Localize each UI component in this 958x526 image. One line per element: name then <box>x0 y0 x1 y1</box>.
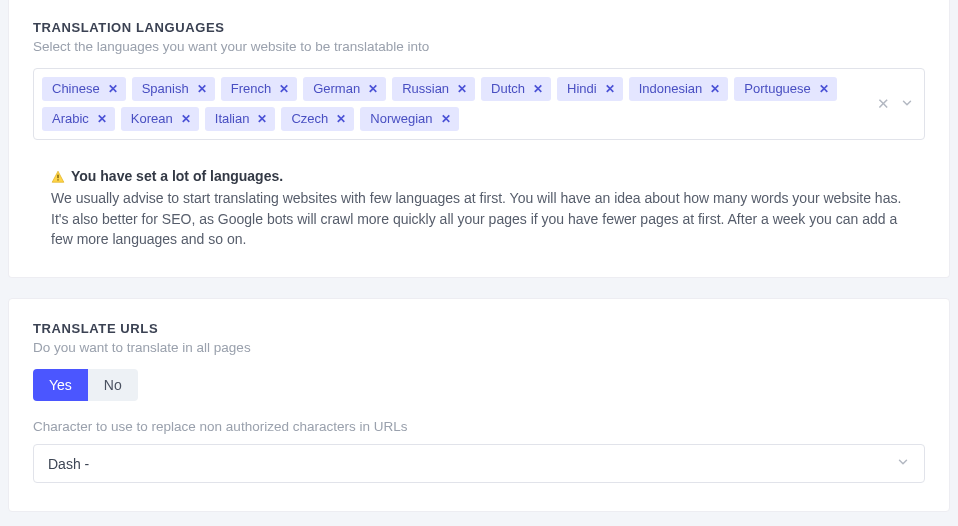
selected-value: Dash - <box>48 456 89 472</box>
section-title: TRANSLATE URLS <box>33 321 925 336</box>
language-tag: Arabic✕ <box>42 107 115 131</box>
warning-block: You have set a lot of languages. We usua… <box>33 166 925 249</box>
remove-tag-icon[interactable]: ✕ <box>368 80 378 98</box>
remove-tag-icon[interactable]: ✕ <box>457 80 467 98</box>
tag-label: Korean <box>131 110 173 128</box>
tag-label: Portuguese <box>744 80 811 98</box>
warning-title: You have set a lot of languages. <box>71 166 283 186</box>
tag-label: Hindi <box>567 80 597 98</box>
remove-tag-icon[interactable]: ✕ <box>336 110 346 128</box>
language-tag: German✕ <box>303 77 386 101</box>
language-tag: Norwegian✕ <box>360 107 458 131</box>
tag-label: French <box>231 80 271 98</box>
translate-urls-toggle: Yes No <box>33 369 138 401</box>
remove-tag-icon[interactable]: ✕ <box>279 80 289 98</box>
tag-label: German <box>313 80 360 98</box>
remove-tag-icon[interactable]: ✕ <box>710 80 720 98</box>
remove-tag-icon[interactable]: ✕ <box>533 80 543 98</box>
language-tag: Indonesian✕ <box>629 77 729 101</box>
warning-icon <box>51 169 65 183</box>
tag-label: Indonesian <box>639 80 703 98</box>
remove-tag-icon[interactable]: ✕ <box>97 110 107 128</box>
char-replace-select[interactable]: Dash - <box>33 444 925 483</box>
chevron-down-icon[interactable] <box>900 96 914 113</box>
translation-languages-section: TRANSLATION LANGUAGES Select the languag… <box>8 0 950 278</box>
languages-multiselect[interactable]: Chinese✕Spanish✕French✕German✕Russian✕Du… <box>33 68 925 140</box>
section-subtitle: Select the languages you want your websi… <box>33 39 925 54</box>
language-tag: Russian✕ <box>392 77 475 101</box>
language-tag: Spanish✕ <box>132 77 215 101</box>
language-tag: Dutch✕ <box>481 77 551 101</box>
svg-rect-0 <box>57 175 58 179</box>
language-tag: Korean✕ <box>121 107 199 131</box>
language-tag: Hindi✕ <box>557 77 623 101</box>
remove-tag-icon[interactable]: ✕ <box>181 110 191 128</box>
yes-button[interactable]: Yes <box>33 369 88 401</box>
tag-label: Arabic <box>52 110 89 128</box>
tag-label: Dutch <box>491 80 525 98</box>
section-title: TRANSLATION LANGUAGES <box>33 20 925 35</box>
remove-tag-icon[interactable]: ✕ <box>605 80 615 98</box>
language-tag: Italian✕ <box>205 107 276 131</box>
tag-label: Chinese <box>52 80 100 98</box>
remove-tag-icon[interactable]: ✕ <box>819 80 829 98</box>
remove-tag-icon[interactable]: ✕ <box>197 80 207 98</box>
tag-label: Russian <box>402 80 449 98</box>
warning-body: We usually advise to start translating w… <box>51 188 907 249</box>
tag-label: Italian <box>215 110 250 128</box>
tag-label: Norwegian <box>370 110 432 128</box>
translate-urls-section: TRANSLATE URLS Do you want to translate … <box>8 298 950 512</box>
tag-label: Spanish <box>142 80 189 98</box>
section-subtitle: Do you want to translate in all pages <box>33 340 925 355</box>
chevron-down-icon <box>896 455 910 472</box>
tag-label: Czech <box>291 110 328 128</box>
multiselect-controls: ✕ <box>877 69 914 139</box>
remove-tag-icon[interactable]: ✕ <box>108 80 118 98</box>
remove-tag-icon[interactable]: ✕ <box>441 110 451 128</box>
language-tag: Portuguese✕ <box>734 77 837 101</box>
remove-tag-icon[interactable]: ✕ <box>257 110 267 128</box>
language-tag: Czech✕ <box>281 107 354 131</box>
language-tag: Chinese✕ <box>42 77 126 101</box>
no-button[interactable]: No <box>88 369 138 401</box>
char-replace-label: Character to use to replace non authoriz… <box>33 419 925 434</box>
clear-all-icon[interactable]: ✕ <box>877 95 890 113</box>
svg-rect-1 <box>57 179 58 180</box>
language-tag: French✕ <box>221 77 297 101</box>
